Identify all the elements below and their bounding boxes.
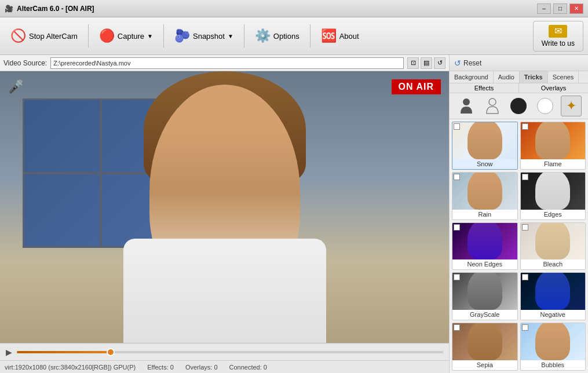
play-icon[interactable]: ▶ bbox=[6, 348, 12, 357]
effect-item-sepia[interactable]: Sepia bbox=[452, 323, 518, 371]
person-outline-btn[interactable] bbox=[482, 96, 503, 116]
title-bar-title: 🎥 AlterCam 6.0 - [ON AIR] bbox=[5, 5, 94, 13]
video-source-label: Video Source: bbox=[3, 59, 47, 67]
mic-icon: 🎤 bbox=[8, 79, 24, 94]
scrubber-progress bbox=[17, 351, 111, 353]
effect-label-grayscale: GrayScale bbox=[470, 310, 499, 318]
star-btn[interactable]: ✦ bbox=[561, 96, 582, 116]
tab-audio[interactable]: Audio bbox=[494, 71, 520, 83]
status-bar: virt:1920x1080 (src:3840x2160[RGB]) GPU(… bbox=[0, 360, 449, 373]
right-panel: ↺ Reset Background Audio Tricks Scenes E… bbox=[449, 55, 588, 373]
right-panel-header: ↺ Reset bbox=[450, 55, 588, 71]
effect-item-grayscale[interactable]: GrayScale bbox=[452, 272, 518, 320]
effect-checkbox-negative[interactable] bbox=[522, 274, 528, 280]
effect-label-negative: Negative bbox=[540, 310, 565, 318]
effect-type-row: ✦ bbox=[450, 93, 588, 119]
overlays-status: Overlays: 0 bbox=[185, 364, 218, 371]
write-to-us-button[interactable]: ✉ Write to us bbox=[533, 21, 583, 52]
about-icon: 🆘 bbox=[321, 28, 337, 43]
video-source-icons: ⊡ ▤ ↺ bbox=[407, 57, 445, 69]
connected-status: Connected: 0 bbox=[229, 364, 267, 371]
effect-checkbox-bleach[interactable] bbox=[522, 224, 528, 231]
tab-background[interactable]: Background bbox=[450, 71, 494, 83]
tab-scenes[interactable]: Scenes bbox=[548, 71, 579, 83]
tab-tricks[interactable]: Tricks bbox=[520, 71, 548, 83]
scrubber-thumb[interactable] bbox=[107, 348, 115, 356]
capture-button[interactable]: 🔴 Capture ▼ bbox=[93, 25, 159, 47]
effect-label-neon-edges: Neon Edges bbox=[467, 259, 502, 268]
effect-checkbox-sepia[interactable] bbox=[454, 324, 460, 331]
mail-icon: ✉ bbox=[549, 25, 567, 38]
effect-label-sepia: Sepia bbox=[477, 360, 493, 368]
effects-grid: SnowFlameRainEdgesNeon EdgesBleachGraySc… bbox=[450, 119, 588, 373]
options-button[interactable]: ⚙️ Options bbox=[249, 25, 305, 47]
window-cross-v bbox=[100, 100, 102, 246]
options-icon: ⚙️ bbox=[255, 28, 271, 43]
effect-label-bubbles: Bubbles bbox=[541, 360, 564, 368]
fit-button[interactable]: ▤ bbox=[421, 57, 432, 69]
capture-dropdown-icon[interactable]: ▼ bbox=[147, 33, 153, 39]
effect-item-snow[interactable]: Snow bbox=[452, 122, 518, 170]
scrubber-track[interactable] bbox=[17, 351, 443, 353]
snapshot-icon: 🫐 bbox=[174, 28, 190, 43]
effect-item-negative[interactable]: Negative bbox=[520, 272, 586, 320]
effect-label-rain: Rain bbox=[478, 210, 491, 218]
video-container: ON AIR 🎤 bbox=[0, 71, 449, 343]
snapshot-dropdown-icon[interactable]: ▼ bbox=[228, 33, 233, 39]
capture-icon: 🔴 bbox=[99, 28, 115, 43]
video-background bbox=[0, 71, 449, 343]
about-button[interactable]: 🆘 About bbox=[315, 25, 365, 47]
snapshot-button[interactable]: 🫐 Snapshot ▼ bbox=[169, 25, 239, 47]
person-silhouette-btn[interactable] bbox=[456, 96, 477, 116]
stop-icon: 🚫 bbox=[10, 28, 26, 43]
effect-label-flame: Flame bbox=[544, 159, 562, 167]
crop-button[interactable]: ⊡ bbox=[407, 57, 419, 69]
effect-item-bleach[interactable]: Bleach bbox=[520, 222, 586, 270]
effect-label-snow: Snow bbox=[477, 159, 493, 167]
on-air-badge: ON AIR bbox=[392, 79, 441, 94]
app-icon: 🎥 bbox=[5, 5, 13, 13]
effect-checkbox-edges[interactable] bbox=[522, 174, 528, 180]
separator-3 bbox=[244, 24, 244, 47]
separator-2 bbox=[163, 24, 164, 47]
main-area: Video Source: ⊡ ▤ ↺ ON AIR � bbox=[0, 55, 588, 373]
effect-checkbox-snow[interactable] bbox=[454, 123, 460, 130]
stop-altercam-button[interactable]: 🚫 Stop AlterCam bbox=[5, 25, 83, 47]
title-bar: 🎥 AlterCam 6.0 - [ON AIR] – □ ✕ bbox=[0, 0, 588, 17]
close-button[interactable]: ✕ bbox=[569, 3, 583, 14]
effect-label-edges: Edges bbox=[544, 210, 562, 218]
effects-status: Effects: 0 bbox=[147, 364, 174, 371]
toolbar: 🚫 Stop AlterCam 🔴 Capture ▼ 🫐 Snapshot ▼… bbox=[0, 17, 588, 55]
svg-point-0 bbox=[463, 98, 470, 105]
effect-checkbox-flame[interactable] bbox=[522, 123, 528, 130]
separator-1 bbox=[88, 24, 89, 47]
separator-4 bbox=[310, 24, 311, 47]
effects-tabs: Background Audio Tricks Scenes bbox=[450, 71, 588, 83]
video-panel: Video Source: ⊡ ▤ ↺ ON AIR � bbox=[0, 55, 449, 373]
effect-checkbox-neon-edges[interactable] bbox=[454, 224, 460, 231]
effect-item-rain[interactable]: Rain bbox=[452, 172, 518, 220]
scrubber-bar: ▶ bbox=[0, 343, 449, 360]
rotate-button[interactable]: ↺ bbox=[434, 57, 445, 69]
effect-item-edges[interactable]: Edges bbox=[520, 172, 586, 220]
video-source-input[interactable] bbox=[50, 57, 404, 69]
minimize-button[interactable]: – bbox=[537, 3, 551, 14]
effects-sub-label: Effects bbox=[450, 83, 519, 93]
effect-item-neon-edges[interactable]: Neon Edges bbox=[452, 222, 518, 270]
maximize-button[interactable]: □ bbox=[553, 3, 567, 14]
overlays-sub-label: Overlays bbox=[519, 83, 588, 93]
effect-checkbox-bubbles[interactable] bbox=[522, 324, 528, 331]
effect-item-bubbles[interactable]: Bubbles bbox=[520, 323, 586, 371]
white-circle-btn[interactable] bbox=[535, 96, 556, 116]
resolution-status: virt:1920x1080 (src:3840x2160[RGB]) GPU(… bbox=[5, 364, 136, 371]
svg-point-1 bbox=[489, 98, 496, 105]
black-circle-btn[interactable] bbox=[508, 96, 529, 116]
star-icon: ✦ bbox=[566, 98, 576, 114]
reset-button[interactable]: ↺ Reset bbox=[454, 58, 481, 68]
effect-label-bleach: Bleach bbox=[543, 259, 563, 268]
effect-checkbox-rain[interactable] bbox=[454, 174, 460, 180]
effect-item-flame[interactable]: Flame bbox=[520, 122, 586, 170]
effect-checkbox-grayscale[interactable] bbox=[454, 274, 460, 280]
title-bar-controls: – □ ✕ bbox=[537, 3, 583, 14]
reset-icon: ↺ bbox=[454, 58, 461, 68]
